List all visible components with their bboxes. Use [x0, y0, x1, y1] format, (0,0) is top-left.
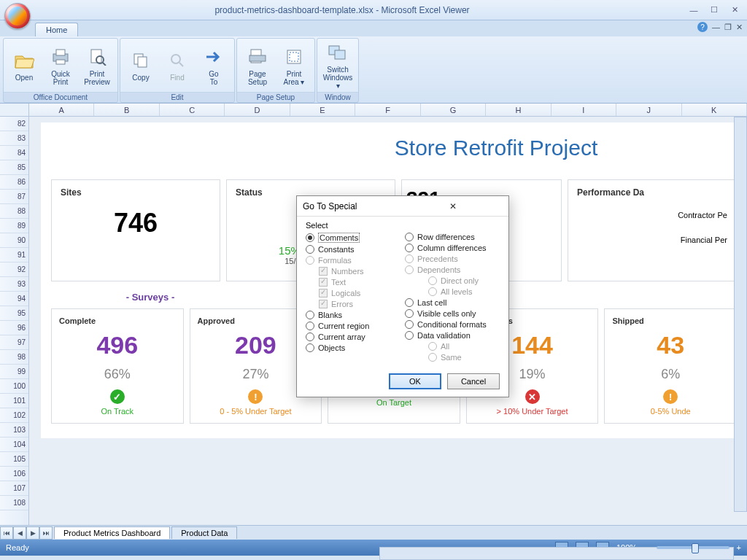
tab-home[interactable]: Home [35, 23, 78, 36]
status-ready: Ready [6, 543, 29, 552]
row-102[interactable]: 102 [0, 408, 28, 423]
svg-rect-1 [56, 50, 65, 55]
col-A[interactable]: A [29, 104, 94, 116]
col-D[interactable]: D [225, 104, 290, 116]
minimize-button[interactable]: — [684, 4, 703, 17]
row-96[interactable]: 96 [0, 321, 28, 335]
tab-nav-next[interactable]: ▶ [26, 526, 39, 540]
row-95[interactable]: 95 [0, 306, 28, 321]
option-conditional-formats[interactable]: Conditional formats [405, 320, 500, 329]
print-preview-button[interactable]: Print Preview [80, 42, 115, 90]
option-row-differences[interactable]: Row differences [405, 233, 500, 241]
svg-rect-11 [249, 55, 266, 61]
col-K[interactable]: K [682, 104, 747, 116]
cancel-button[interactable]: Cancel [447, 373, 500, 389]
option-all: All [405, 342, 500, 351]
zoom-slider[interactable] [657, 546, 729, 549]
option-all-levels: All levels [405, 287, 500, 296]
row-87[interactable]: 87 [0, 190, 28, 204]
svg-point-8 [171, 55, 180, 63]
option-last-cell[interactable]: Last cell [405, 298, 500, 307]
row-85[interactable]: 85 [0, 160, 28, 175]
office-orb-button[interactable] [4, 3, 31, 29]
row-82[interactable]: 82 [0, 117, 28, 131]
row-103[interactable]: 103 [0, 423, 28, 438]
row-100[interactable]: 100 [0, 379, 28, 394]
row-98[interactable]: 98 [0, 350, 28, 365]
switch-windows-button[interactable]: Switch Windows ▾ [320, 42, 355, 90]
row-108[interactable]: 108 [0, 496, 28, 510]
col-I[interactable]: I [551, 104, 616, 116]
tab-nav-prev[interactable]: ◀ [13, 526, 26, 540]
row-105[interactable]: 105 [0, 452, 28, 467]
quick-print-button[interactable]: Quick Print [43, 42, 78, 90]
dialog-close-button[interactable]: ✕ [403, 201, 503, 211]
row-92[interactable]: 92 [0, 262, 28, 277]
row-99[interactable]: 99 [0, 365, 28, 379]
mdi-close-button[interactable]: ✕ [736, 23, 743, 32]
row-88[interactable]: 88 [0, 204, 28, 219]
mdi-restore-button[interactable]: ❐ [724, 23, 732, 32]
card-performance: Performance Da Contractor Pe Financial P… [568, 179, 737, 281]
option-data-validation[interactable]: Data validation [405, 331, 500, 340]
col-G[interactable]: G [421, 104, 486, 116]
row-94[interactable]: 94 [0, 292, 28, 306]
option-visible-cells-only[interactable]: Visible cells only [405, 309, 500, 318]
col-F[interactable]: F [355, 104, 420, 116]
goto-special-dialog: Go To Special ✕ Select CommentsConstants… [296, 195, 509, 397]
option-current-region[interactable]: Current region [306, 322, 400, 330]
row-106[interactable]: 106 [0, 467, 28, 481]
window-title: product-metrics-dashboard-template.xlsx … [0, 5, 684, 15]
col-E[interactable]: E [290, 104, 355, 116]
close-button[interactable]: ✕ [725, 4, 744, 17]
row-84[interactable]: 84 [0, 146, 28, 160]
option-same: Same [405, 353, 500, 362]
column-headers: ABCDEFGHIJK [0, 104, 747, 117]
ok-button[interactable]: OK [389, 373, 441, 389]
sheet-tab-active[interactable]: Product Metrics Dashboard [54, 526, 170, 539]
page-setup-button[interactable]: Page Setup [240, 42, 275, 90]
status-icon: ! [248, 389, 263, 404]
copy-button[interactable]: Copy [123, 42, 158, 90]
row-90[interactable]: 90 [0, 233, 28, 248]
mdi-minimize-button[interactable]: — [712, 23, 720, 31]
option-current-array[interactable]: Current array [306, 332, 400, 341]
col-H[interactable]: H [486, 104, 551, 116]
row-93[interactable]: 93 [0, 277, 28, 292]
row-107[interactable]: 107 [0, 481, 28, 496]
col-B[interactable]: B [94, 104, 159, 116]
zoom-in-button[interactable]: + [737, 543, 741, 552]
option-objects[interactable]: Objects [306, 343, 400, 352]
open-button[interactable]: Open [7, 42, 42, 90]
col-C[interactable]: C [160, 104, 225, 116]
tab-nav-last[interactable]: ⏭ [39, 526, 53, 540]
row-91[interactable]: 91 [0, 248, 28, 262]
sheet-tab-other[interactable]: Product Data [171, 526, 237, 539]
find-button: Find [160, 42, 195, 90]
group-page-setup: Page Setup [237, 92, 314, 102]
option-numbers: Numbers [306, 267, 400, 276]
goto-button[interactable]: Go To [196, 42, 231, 90]
help-icon[interactable]: ? [697, 22, 708, 32]
print-area-button[interactable]: Print Area ▾ [276, 42, 311, 90]
status-icon: ✓ [110, 389, 125, 404]
option-column-differences[interactable]: Column differences [405, 244, 500, 252]
row-89[interactable]: 89 [0, 219, 28, 233]
row-101[interactable]: 101 [0, 394, 28, 408]
svg-line-9 [179, 63, 183, 66]
maximize-button[interactable]: ☐ [705, 4, 724, 17]
option-constants[interactable]: Constants [306, 245, 400, 254]
row-83[interactable]: 83 [0, 131, 28, 146]
status-icon: ✕ [525, 389, 540, 404]
vertical-scrollbar[interactable] [734, 117, 747, 512]
option-comments[interactable]: Comments [306, 233, 400, 243]
row-97[interactable]: 97 [0, 335, 28, 350]
col-J[interactable]: J [616, 104, 681, 116]
ribbon: Open Quick Print Print Preview Office Do… [0, 36, 747, 104]
tab-nav-first[interactable]: ⏮ [0, 526, 13, 540]
svg-rect-2 [56, 60, 65, 64]
option-blanks[interactable]: Blanks [306, 311, 400, 319]
row-104[interactable]: 104 [0, 438, 28, 452]
title-bar: product-metrics-dashboard-template.xlsx … [0, 0, 747, 20]
row-86[interactable]: 86 [0, 175, 28, 190]
